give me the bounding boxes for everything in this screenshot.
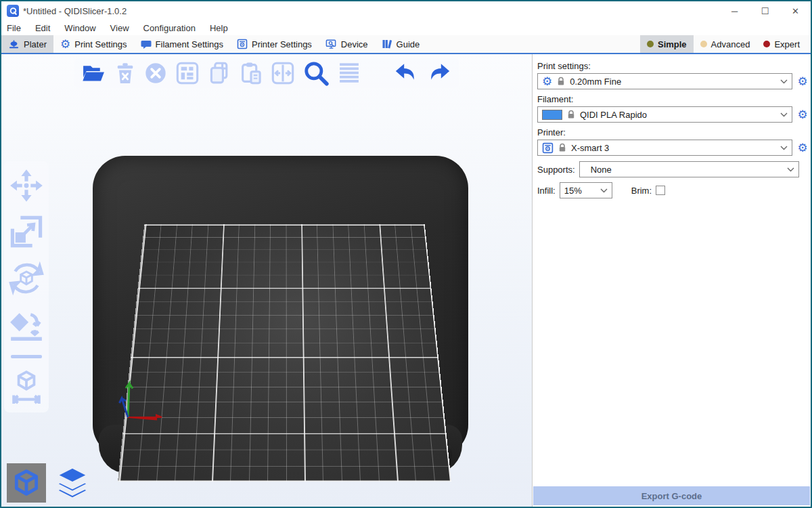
menu-configuration[interactable]: Configuration <box>143 23 196 33</box>
filament-color-swatch <box>542 110 562 120</box>
rotate-icon[interactable] <box>8 260 45 297</box>
tab-print-settings[interactable]: ⚙ Print Settings <box>53 35 134 53</box>
minimize-button[interactable]: ─ <box>719 1 750 20</box>
top-toolbar <box>74 58 459 88</box>
undo-icon[interactable] <box>393 62 418 85</box>
measure-icon[interactable] <box>8 369 45 406</box>
arrange-icon[interactable] <box>176 62 199 85</box>
layers-list-icon[interactable] <box>338 61 361 85</box>
tab-plater[interactable]: Plater <box>1 35 53 53</box>
printer-combo[interactable]: X-smart 3 <box>537 140 792 156</box>
print-settings-value: 0.20mm Fine <box>570 77 775 87</box>
menu-file[interactable]: File <box>7 23 21 33</box>
mode-label: Advanced <box>711 39 750 49</box>
bed-grid-plate <box>118 224 451 482</box>
plater-icon <box>8 39 20 49</box>
mode-simple[interactable]: Simple <box>640 35 694 53</box>
place-on-face-icon[interactable] <box>8 308 45 344</box>
copy-icon[interactable] <box>208 61 231 85</box>
tab-label: Device <box>341 39 368 49</box>
view-switcher <box>7 463 92 503</box>
device-monitor-icon <box>325 39 337 49</box>
filament-label: Filament: <box>537 94 809 104</box>
gear-icon: ⚙ <box>60 39 70 50</box>
delete-icon[interactable] <box>115 62 135 85</box>
split-objects-icon[interactable] <box>271 62 294 85</box>
maximize-button[interactable]: ☐ <box>750 1 780 20</box>
tab-printer-settings[interactable]: Printer Settings <box>230 35 319 53</box>
lock-icon <box>567 110 575 119</box>
menu-edit[interactable]: Edit <box>35 23 50 33</box>
infill-label: Infill: <box>537 186 556 196</box>
chevron-down-icon <box>780 112 788 117</box>
tab-label: Plater <box>24 39 47 49</box>
chevron-down-icon <box>780 146 788 150</box>
infill-value: 15% <box>564 186 597 196</box>
advanced-mode-dot-icon <box>700 41 707 47</box>
app-window: *Untitled - QIDISlicer-1.0.2 ─ ☐ ✕ File … <box>0 0 812 508</box>
print-settings-combo[interactable]: ⚙ 0.20mm Fine <box>537 73 792 89</box>
expert-mode-dot-icon <box>763 41 770 47</box>
settings-panel: Print settings: ⚙ 0.20mm Fine ⚙ Filament… <box>532 54 811 507</box>
viewport-3d[interactable] <box>1 54 532 507</box>
print-bed <box>89 154 472 482</box>
printer-gear-button[interactable]: ⚙ <box>796 142 809 154</box>
delete-all-icon[interactable] <box>144 62 167 85</box>
menu-bar: File Edit Window View Configuration Help <box>1 20 811 35</box>
chevron-down-icon <box>780 79 788 84</box>
supports-value: None <box>584 165 782 175</box>
tab-bar: Plater ⚙ Print Settings Filament Setting… <box>1 35 811 54</box>
toolbar-divider <box>11 355 42 358</box>
printer-icon <box>237 39 248 49</box>
scale-icon[interactable] <box>9 214 44 249</box>
print-settings-gear-button[interactable]: ⚙ <box>796 76 809 87</box>
3d-editor-view-icon[interactable] <box>7 463 46 503</box>
title-bar: *Untitled - QIDISlicer-1.0.2 ─ ☐ ✕ <box>1 1 811 20</box>
tab-label: Print Settings <box>74 39 127 49</box>
infill-combo[interactable]: 15% <box>560 182 612 198</box>
menu-help[interactable]: Help <box>210 23 228 33</box>
tab-guide[interactable]: Guide <box>375 35 427 53</box>
supports-label: Supports: <box>537 165 575 175</box>
tab-label: Printer Settings <box>252 39 312 49</box>
window-title: *Untitled - QIDISlicer-1.0.2 <box>23 6 127 16</box>
tab-filament-settings[interactable]: Filament Settings <box>134 35 230 53</box>
printer-value: X-smart 3 <box>571 143 775 153</box>
tab-device[interactable]: Device <box>319 35 375 53</box>
tab-label: Filament Settings <box>156 39 223 49</box>
menu-window[interactable]: Window <box>64 23 95 33</box>
export-gcode-button[interactable]: Export G-code <box>533 486 810 505</box>
printer-label: Printer: <box>537 127 809 137</box>
lock-icon <box>558 143 566 152</box>
redo-icon[interactable] <box>427 62 452 85</box>
move-icon[interactable] <box>9 168 44 203</box>
mode-expert[interactable]: Expert <box>757 35 807 53</box>
books-icon <box>382 39 392 49</box>
gear-icon: ⚙ <box>542 76 552 87</box>
printer-icon <box>542 142 554 154</box>
print-settings-label: Print settings: <box>537 61 809 71</box>
preview-layers-view-icon[interactable] <box>53 463 92 503</box>
search-icon[interactable] <box>303 60 329 86</box>
menu-view[interactable]: View <box>110 23 129 33</box>
filament-gear-button[interactable]: ⚙ <box>796 109 809 121</box>
filament-value: QIDI PLA Rapido <box>580 110 775 120</box>
left-toolbar <box>4 161 49 412</box>
mode-selector: Simple Advanced Expert <box>640 35 811 53</box>
simple-mode-dot-icon <box>647 41 654 47</box>
filament-icon <box>141 39 152 49</box>
brim-checkbox[interactable] <box>656 186 665 195</box>
open-folder-icon[interactable] <box>81 62 106 84</box>
filament-combo[interactable]: QIDI PLA Rapido <box>537 106 792 123</box>
chevron-down-icon <box>787 167 794 172</box>
paste-icon[interactable] <box>240 61 263 85</box>
mode-label: Expert <box>774 39 800 49</box>
mode-advanced[interactable]: Advanced <box>694 35 757 53</box>
brim-label: Brim: <box>631 186 652 196</box>
tab-label: Guide <box>397 39 420 49</box>
lock-icon <box>557 77 565 86</box>
close-button[interactable]: ✕ <box>780 1 811 20</box>
axes-origin-icon <box>113 374 181 428</box>
chevron-down-icon <box>600 188 608 193</box>
supports-combo[interactable]: None <box>579 161 799 177</box>
